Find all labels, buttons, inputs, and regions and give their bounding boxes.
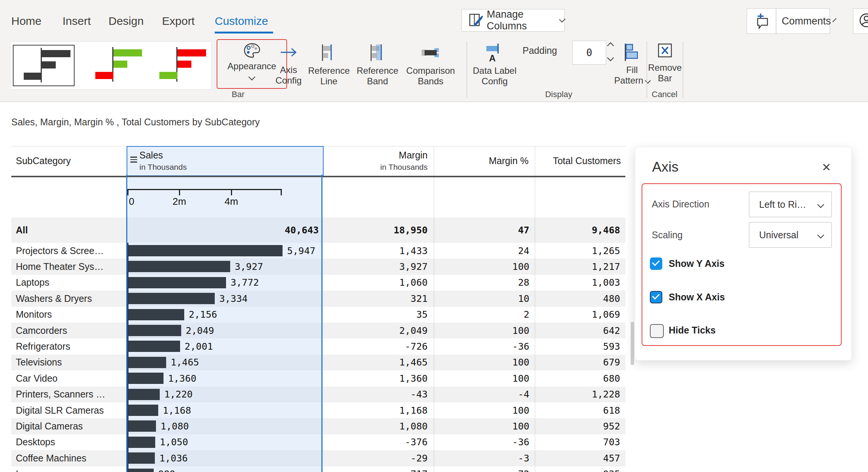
- row-label: Digital SLR Cameras: [16, 402, 104, 418]
- table-row[interactable]: Washers & Dryers3,33432110480: [11, 291, 625, 306]
- axis-direction-dropdown[interactable]: Left to Ri…: [749, 192, 832, 217]
- report-title: Sales, Margin, Margin % , Total Customer…: [11, 117, 260, 128]
- column-divider: [434, 146, 434, 472]
- table-row[interactable]: Home Theater Sys…3,9273,9271001,217: [11, 259, 625, 274]
- sales-bar: [128, 245, 283, 256]
- show-y-axis-label: Show Y Axis: [669, 257, 724, 270]
- row-label: Monitors: [16, 307, 52, 323]
- manage-columns-icon: [469, 13, 484, 29]
- axis-tick-label: 2m: [168, 196, 190, 207]
- app-window: Home Insert Design Export Customize Mana…: [0, 0, 868, 472]
- sales-column-tint: [127, 450, 323, 466]
- sales-bar: [128, 357, 166, 368]
- sales-value: 1,465: [171, 355, 199, 370]
- row-label: Car Video: [16, 370, 58, 386]
- comments-button[interactable]: Comments: [747, 8, 830, 34]
- table-row[interactable]: Camcorders2,0492,049100642: [11, 323, 625, 338]
- style-option-red-green[interactable]: [149, 45, 209, 85]
- table-total-row[interactable]: All 40,643 18,950 47 9,468: [11, 218, 625, 243]
- customers-value: 1,069: [535, 307, 620, 323]
- padding-input[interactable]: 0: [572, 41, 606, 65]
- data-label-config-button[interactable]: A Data Label Config: [468, 41, 521, 87]
- table-row[interactable]: Coffee Machines1,036-29-3457: [11, 450, 625, 466]
- fill-pattern-button[interactable]: Fill Pattern: [614, 41, 650, 86]
- scaling-dropdown[interactable]: Universal: [749, 222, 832, 248]
- customers-value: 1,265: [535, 243, 620, 259]
- group-label-cancel: Cancel: [646, 90, 683, 99]
- comparison-bands-label: Comparison: [406, 65, 455, 76]
- selection-border-right[interactable]: [321, 175, 322, 472]
- comparison-bands-button[interactable]: Comparison Bands: [402, 41, 459, 87]
- table-row[interactable]: Projectors & Scree…5,9471,433241,265: [11, 243, 625, 259]
- column-divider: [535, 146, 535, 472]
- column-header-margin[interactable]: Margin in Thousands: [323, 146, 434, 176]
- customers-value: 1,217: [535, 259, 620, 274]
- svg-text:A: A: [489, 53, 495, 62]
- padding-label: Padding: [523, 45, 557, 56]
- table-row[interactable]: Digital SLR Cameras1,1681,168100618: [11, 402, 625, 418]
- comments-label: Comments: [782, 15, 831, 27]
- table-scrollbar[interactable]: [631, 322, 634, 365]
- close-icon[interactable]: ✕: [822, 161, 831, 174]
- account-button[interactable]: [853, 8, 868, 34]
- sales-value: 1,036: [159, 450, 188, 466]
- selection-border-left[interactable]: [126, 175, 127, 472]
- tab-export[interactable]: Export: [162, 13, 195, 29]
- show-x-axis-checkbox[interactable]: [650, 291, 662, 303]
- sales-value: 2,049: [186, 323, 214, 338]
- sales-bar: [128, 420, 156, 432]
- table-row[interactable]: Lamps98871772935: [11, 466, 625, 472]
- sales-value: 3,927: [235, 259, 263, 274]
- drag-handle-icon[interactable]: [130, 157, 137, 163]
- manage-columns-button[interactable]: Manage Columns: [462, 9, 565, 32]
- padding-stepper-up[interactable]: [608, 43, 613, 50]
- row-label: Desktops: [16, 434, 55, 450]
- table-row[interactable]: Laptops3,7721,060281,003: [11, 275, 625, 291]
- reference-line-button[interactable]: Reference Line: [308, 41, 350, 87]
- sales-column-tint: [127, 466, 323, 472]
- margin-value: -376: [323, 434, 428, 450]
- hide-ticks-checkbox[interactable]: [650, 324, 664, 338]
- margin-value: 321: [323, 291, 428, 306]
- reference-line-icon: [321, 44, 337, 63]
- margin-value: -726: [323, 338, 428, 354]
- column-header-margin-pct[interactable]: Margin %: [434, 146, 535, 176]
- table-row[interactable]: Printers, Scanners …1,220-43-41,228: [11, 387, 625, 402]
- tab-customize[interactable]: Customize: [215, 13, 268, 29]
- reference-band-button[interactable]: Reference Band: [357, 41, 398, 87]
- row-label: Laptops: [16, 275, 49, 291]
- panel-title: Axis: [652, 159, 679, 175]
- chevron-down-icon: [248, 73, 255, 80]
- table-row[interactable]: Televisions1,4651,465100679: [11, 355, 625, 370]
- total-margin: 18,950: [323, 218, 428, 243]
- sales-bar: [128, 325, 181, 336]
- axis-config-button[interactable]: Axis Config: [270, 41, 307, 86]
- column-header-customers[interactable]: Total Customers: [535, 146, 625, 176]
- column-header-sales[interactable]: Sales in Thousands: [127, 146, 324, 176]
- padding-stepper-down[interactable]: [608, 55, 613, 62]
- tab-insert[interactable]: Insert: [63, 13, 91, 29]
- customers-value: 593: [535, 338, 620, 354]
- customers-value: 680: [535, 370, 620, 386]
- axis-tick: [231, 189, 232, 195]
- show-y-axis-checkbox[interactable]: [650, 257, 662, 270]
- margin-pct-value: 2: [434, 307, 529, 323]
- group-label-display: Display: [540, 90, 578, 99]
- column-header-subcategory[interactable]: SubCategory: [16, 146, 71, 176]
- remove-bar-button[interactable]: Remove Bar: [649, 41, 681, 84]
- style-option-neutral[interactable]: [13, 45, 75, 86]
- margin-value: 1,433: [323, 243, 428, 259]
- table-row[interactable]: Digital Cameras1,0801,080100952: [11, 418, 625, 434]
- button-divider: [776, 9, 776, 33]
- table-row[interactable]: Desktops1,050-376-36703: [11, 434, 625, 450]
- customers-value: 457: [535, 450, 620, 466]
- tab-home[interactable]: Home: [11, 13, 41, 29]
- table-row[interactable]: Refrigerators2,001-726-36593: [11, 338, 625, 354]
- table-row[interactable]: Monitors2,1563521,069: [11, 307, 625, 323]
- tab-design[interactable]: Design: [108, 13, 144, 29]
- margin-pct-value: 10: [434, 291, 529, 306]
- axis-tick-label: 0: [129, 196, 134, 207]
- margin-pct-value: 100: [434, 370, 529, 386]
- style-option-green-red[interactable]: [85, 45, 145, 85]
- table-row[interactable]: Car Video1,3601,360100680: [11, 370, 625, 386]
